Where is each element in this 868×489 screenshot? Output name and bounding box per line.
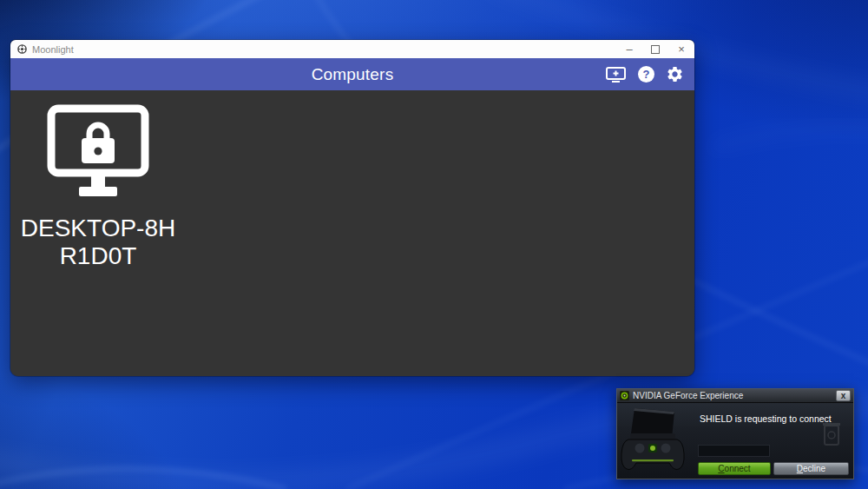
pin-input[interactable] (698, 445, 770, 457)
window-title: Moonlight (32, 44, 74, 55)
nvidia-logo-icon (620, 391, 629, 400)
add-computer-icon[interactable] (605, 66, 627, 83)
computer-item[interactable]: DESKTOP-8H R1D0T (10, 103, 186, 269)
shield-device-image (620, 407, 691, 477)
nvidia-close-icon[interactable]: x (836, 390, 851, 401)
computer-name: DESKTOP-8H R1D0T (10, 215, 186, 269)
page-title: Computers (312, 65, 394, 84)
connection-request-message: SHIELD is requesting to connect (700, 413, 832, 424)
recycle-bin-ghost-icon (822, 420, 841, 450)
minimize-icon[interactable]: – (616, 40, 642, 58)
settings-gear-icon[interactable] (666, 65, 684, 83)
nvidia-dialog-titlebar[interactable]: NVIDIA GeForce Experience x (617, 389, 853, 403)
moonlight-header: Computers ? (10, 58, 694, 90)
maximize-icon[interactable] (642, 40, 668, 58)
connect-button[interactable]: Connect (698, 462, 771, 475)
close-icon[interactable]: × (668, 40, 694, 58)
nvidia-dialog-title: NVIDIA GeForce Experience (633, 391, 743, 400)
nvidia-geforce-dialog: NVIDIA GeForce Experience x SHIELD is re… (616, 388, 854, 479)
moonlight-window: Moonlight – × Computers ? (10, 40, 694, 376)
moonlight-logo-icon (17, 44, 27, 54)
computers-grid: DESKTOP-8H R1D0T (10, 90, 694, 376)
moonlight-titlebar[interactable]: Moonlight – × (10, 40, 694, 58)
decline-button[interactable]: Decline (773, 462, 849, 475)
monitor-lock-icon (44, 188, 152, 203)
help-icon[interactable]: ? (638, 66, 654, 83)
